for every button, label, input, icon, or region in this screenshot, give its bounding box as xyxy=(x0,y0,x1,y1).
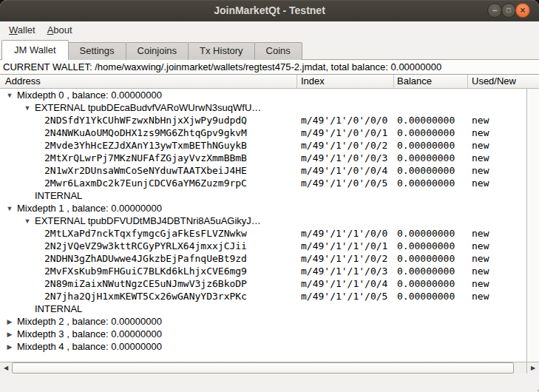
status-cell: new xyxy=(468,240,526,251)
window-controls: − □ × xyxy=(488,3,530,18)
address-row[interactable]: 2Mwr6LaxmDc2k7EunjCDCV6aYM6Zuzm9rpCm/49'… xyxy=(0,177,526,189)
menu-wallet[interactable]: Wallet xyxy=(6,23,38,37)
close-button[interactable]: × xyxy=(515,3,530,18)
horizontal-scrollbar-thumb[interactable] xyxy=(12,362,514,374)
row-label: Mixdepth 2 , balance: 0.00000000 xyxy=(17,316,162,327)
index-cell: m/49'/1'/0'/0/1 xyxy=(297,127,394,138)
address-row[interactable]: 2N4NWKuAoUMQoDHX1zs9MG6ZhtqGpv9gkvMm/49'… xyxy=(0,126,526,139)
status-cell: new xyxy=(468,178,526,189)
mixdepth-row[interactable]: ▼Mixdepth 1 , balance: 0.00000000 xyxy=(0,202,526,214)
tab-tx-history[interactable]: Tx History xyxy=(188,42,255,60)
index-cell: m/49'/1'/1'/0/4 xyxy=(297,278,394,289)
address-cell: 2MtLXaPd7nckTqxfymgcGjaFkEsFLVZNwkw xyxy=(44,228,247,239)
header-used-new[interactable]: Used/New xyxy=(468,75,539,88)
menu-bar: Wallet About xyxy=(0,21,539,38)
scrollbar-right-arrow-icon[interactable]: ▶ xyxy=(526,362,539,374)
horizontal-scrollbar-track[interactable] xyxy=(12,362,526,374)
header-balance[interactable]: Balance xyxy=(394,75,468,88)
address-row[interactable]: 2MvFXsKub9mFHGuiC7BLKd6kLhjxCVE6mg9m/49'… xyxy=(0,265,526,277)
address-cell: 2Mvde3YhHcEZJdXAnY13ywTxmBEThNGuykB xyxy=(44,140,247,151)
address-row[interactable]: 2N7jha2QjH1xmKEWT5Cx26wGANyYD3rxPKcm/49'… xyxy=(0,290,526,303)
index-cell: m/49'/1'/0'/0/0 xyxy=(297,115,394,126)
row-label: EXTERNAL tpubDEcaBudvfVARoWUrwN3suqWfU… xyxy=(35,102,261,113)
expanded-arrow-icon[interactable]: ▼ xyxy=(2,205,17,212)
scrollbar-left-arrow-icon[interactable]: ◀ xyxy=(0,362,12,374)
status-cell: new xyxy=(468,165,526,176)
titlebar[interactable]: JoinMarketQt - Testnet − □ × xyxy=(0,0,539,21)
row-label: INTERNAL xyxy=(35,303,82,314)
minimize-button[interactable]: − xyxy=(487,3,502,18)
balance-cell: 0.00000000 xyxy=(394,228,468,239)
branch-row[interactable]: ▼EXTERNAL tpubDFVUDtMBJ4DBTNri8A5uAGikyJ… xyxy=(0,214,526,227)
row-label: Mixdepth 4 , balance: 0.00000000 xyxy=(17,341,162,352)
row-label: Mixdepth 1 , balance: 0.00000000 xyxy=(17,203,162,214)
status-cell: new xyxy=(468,291,526,302)
expanded-arrow-icon[interactable]: ▼ xyxy=(20,217,35,225)
expanded-arrow-icon[interactable]: ▼ xyxy=(2,92,17,99)
minimize-icon: − xyxy=(492,6,497,15)
status-cell: new xyxy=(468,152,526,163)
address-cell: 2N7jha2QjH1xmKEWT5Cx26wGANyYD3rxPKc xyxy=(44,291,247,302)
tab-coins[interactable]: Coins xyxy=(254,42,302,60)
address-cell: 2MvFXsKub9mFHGuiC7BLKd6kLhjxCVE6mg9 xyxy=(44,266,247,277)
maximize-icon: □ xyxy=(506,7,510,14)
address-cell: 2NDHN3gZhADUwwe4JGkzbEjPafnqUeBt9zd xyxy=(44,253,247,264)
index-cell: m/49'/1'/1'/0/0 xyxy=(297,228,394,239)
address-row[interactable]: 2N89miZaixNWutNgzCE5uNJmwV3jz6BkoDPm/49'… xyxy=(0,277,526,290)
mixdepth-row[interactable]: ▼Mixdepth 0 , balance: 0.00000000 xyxy=(0,89,526,101)
maximize-button[interactable]: □ xyxy=(501,3,516,18)
balance-cell: 0.00000000 xyxy=(394,266,468,277)
address-row[interactable]: 2N2jVQeVZ9w3kttRCGyPYRLX64jmxxjCJiim/49'… xyxy=(0,240,526,252)
status-cell: new xyxy=(468,278,526,289)
row-label: Mixdepth 0 , balance: 0.00000000 xyxy=(17,89,162,101)
header-address[interactable]: Address xyxy=(0,75,297,88)
collapsed-arrow-icon[interactable]: ▶ xyxy=(2,318,17,325)
row-label: INTERNAL xyxy=(35,190,82,201)
collapsed-arrow-icon[interactable]: ▶ xyxy=(2,331,17,338)
app-window: JoinMarketQt - Testnet − □ × Wallet Abou… xyxy=(0,0,539,392)
mixdepth-row[interactable]: ▶Mixdepth 4 , balance: 0.00000000 xyxy=(0,340,526,353)
tab-jm-wallet[interactable]: JM Wallet xyxy=(1,40,69,60)
address-cell: 2Mwr6LaxmDc2k7EunjCDCV6aYM6Zuzm9rpC xyxy=(44,178,247,189)
balance-cell: 0.00000000 xyxy=(394,127,468,138)
address-row[interactable]: 2NDHN3gZhADUwwe4JGkzbEjPafnqUeBt9zdm/49'… xyxy=(0,252,526,265)
horizontal-scrollbar[interactable]: ◀ ▶ xyxy=(0,362,539,374)
mixdepth-row[interactable]: ▶Mixdepth 3 , balance: 0.00000000 xyxy=(0,328,526,340)
expanded-arrow-icon[interactable]: ▼ xyxy=(20,104,35,112)
balance-cell: 0.00000000 xyxy=(394,152,468,163)
branch-row[interactable]: INTERNAL xyxy=(0,303,526,315)
status-cell: new xyxy=(468,228,526,239)
current-wallet-banner: CURRENT WALLET: /home/waxwing/.joinmarke… xyxy=(0,60,539,74)
address-cell: 2N89miZaixNWutNgzCE5uNJmwV3jz6BkoDP xyxy=(44,278,247,289)
branch-row[interactable]: ▼EXTERNAL tpubDEcaBudvfVARoWUrwN3suqWfU… xyxy=(0,101,526,114)
mixdepth-row[interactable]: ▶Mixdepth 2 , balance: 0.00000000 xyxy=(0,315,526,328)
address-row[interactable]: 2NDSfdY1YkCUhWFzwxNbHnjxXjwPy9udpdQm/49'… xyxy=(0,114,526,126)
balance-cell: 0.00000000 xyxy=(394,278,468,289)
status-cell: new xyxy=(468,253,526,264)
address-row[interactable]: 2MtXrQLwrPj7MKzNUFAfZGjayVvzXmmBBmBm/49'… xyxy=(0,152,526,164)
balance-cell: 0.00000000 xyxy=(394,253,468,264)
status-cell: new xyxy=(468,115,526,126)
tab-settings[interactable]: Settings xyxy=(68,42,126,60)
window-title: JoinMarketQt - Testnet xyxy=(0,0,539,21)
index-cell: m/49'/1'/0'/0/4 xyxy=(297,165,394,176)
balance-cell: 0.00000000 xyxy=(394,240,468,251)
branch-row[interactable]: INTERNAL xyxy=(0,189,526,202)
address-cell: 2N4NWKuAoUMQoDHX1zs9MG6ZhtqGpv9gkvM xyxy=(44,127,247,138)
collapsed-arrow-icon[interactable]: ▶ xyxy=(2,343,17,351)
index-cell: m/49'/1'/0'/0/5 xyxy=(297,178,394,189)
menu-about[interactable]: About xyxy=(44,23,75,37)
tree-rows: ▼Mixdepth 0 , balance: 0.00000000▼EXTERN… xyxy=(0,89,526,362)
header-index[interactable]: Index xyxy=(297,75,394,88)
index-cell: m/49'/1'/0'/0/3 xyxy=(297,152,394,163)
close-icon: × xyxy=(520,6,525,15)
vertical-scrollbar-track[interactable] xyxy=(526,89,539,362)
address-row[interactable]: 2N1wXr2DUnsaWmCoSeNYduwTAATXbeiJ4HEm/49'… xyxy=(0,164,526,177)
resize-grip-icon[interactable] xyxy=(535,387,536,388)
row-label: EXTERNAL tpubDFVUDtMBJ4DBTNri8A5uAGikyJ… xyxy=(35,215,261,226)
address-row[interactable]: 2Mvde3YhHcEZJdXAnY13ywTxmBEThNGuykBm/49'… xyxy=(0,139,526,152)
address-row[interactable]: 2MtLXaPd7nckTqxfymgcGjaFkEsFLVZNwkwm/49'… xyxy=(0,227,526,240)
address-cell: 2N2jVQeVZ9w3kttRCGyPYRLX64jmxxjCJii xyxy=(44,240,247,251)
tab-coinjoins[interactable]: Coinjoins xyxy=(126,42,189,60)
address-cell: 2NDSfdY1YkCUhWFzwxNbHnjxXjwPy9udpdQ xyxy=(44,115,247,126)
